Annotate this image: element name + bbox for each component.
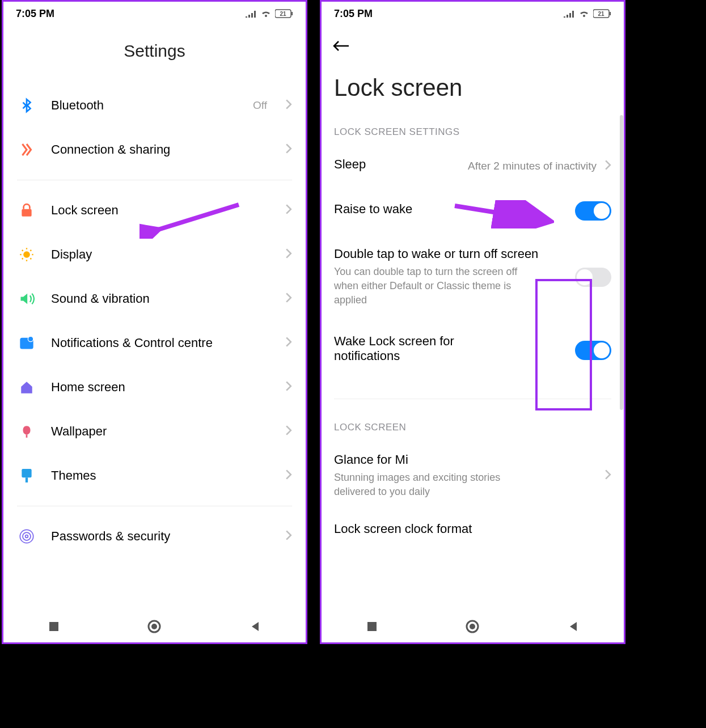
bluetooth-icon (17, 96, 36, 115)
svg-text:21: 21 (598, 11, 604, 17)
status-icons: 21 (564, 9, 611, 18)
wallpaper-icon (17, 422, 36, 441)
section-header: LOCK SCREEN SETTINGS (322, 118, 624, 148)
setting-title: Double tap to wake or turn off screen (334, 247, 567, 261)
svg-line-11 (22, 258, 23, 259)
item-passwords-security[interactable]: Passwords & security (17, 514, 292, 558)
item-label: Sound & vibration (51, 291, 270, 306)
svg-rect-16 (26, 477, 28, 482)
status-bar: 7:05 PM 21 (322, 2, 624, 26)
item-label: Themes (51, 468, 270, 483)
item-label: Notifications & Control centre (51, 336, 270, 350)
chevron-right-icon (285, 143, 292, 156)
nav-bar (3, 611, 306, 642)
chevron-right-icon (285, 425, 292, 438)
setting-title: Lock screen clock format (334, 522, 611, 536)
nav-recent-button[interactable] (363, 618, 381, 635)
svg-point-19 (26, 535, 28, 538)
wifi-icon (260, 9, 272, 18)
svg-line-12 (30, 250, 31, 251)
svg-point-18 (23, 532, 31, 540)
toggle-raise-to-wake[interactable] (575, 201, 611, 221)
status-time: 7:05 PM (16, 8, 54, 20)
nav-back-button[interactable] (247, 618, 264, 635)
chevron-right-icon (285, 99, 292, 112)
chevron-right-icon (604, 160, 611, 172)
annotation-arrow-icon (452, 200, 554, 228)
svg-rect-28 (367, 622, 377, 631)
item-display[interactable]: Display (17, 232, 292, 277)
svg-line-20 (151, 205, 239, 232)
battery-icon: 21 (275, 9, 293, 18)
nav-bar (322, 611, 624, 642)
item-themes[interactable]: Themes (17, 454, 292, 498)
setting-desc: You can double tap to turn the screen of… (334, 265, 538, 308)
divider (17, 180, 292, 180)
item-notifications-control[interactable]: Notifications & Control centre (17, 321, 292, 365)
item-sound-vibration[interactable]: Sound & vibration (17, 277, 292, 321)
setting-title: Glance for Mi (334, 452, 597, 467)
signal-icon (564, 10, 575, 18)
item-home-screen[interactable]: Home screen (17, 365, 292, 409)
wifi-icon (578, 9, 590, 18)
item-label: Connection & sharing (51, 142, 270, 157)
page-title: Lock screen (322, 55, 624, 118)
setting-title: Sleep (334, 157, 460, 172)
svg-point-4 (23, 251, 30, 258)
svg-rect-3 (22, 209, 31, 217)
status-time: 7:05 PM (334, 8, 373, 20)
item-value: Off (253, 99, 267, 112)
section-header: LOCK SCREEN (322, 414, 624, 443)
svg-rect-15 (22, 469, 31, 477)
status-bar: 7:05 PM 21 (3, 2, 306, 26)
svg-point-23 (151, 624, 157, 629)
item-connection-sharing[interactable]: Connection & sharing (17, 128, 292, 172)
svg-point-17 (20, 530, 33, 543)
setting-desc: Stunning images and exciting stories del… (334, 471, 538, 499)
chevron-right-icon (604, 469, 611, 482)
svg-line-27 (455, 206, 543, 220)
setting-lock-clock-format[interactable]: Lock screen clock format (322, 508, 624, 549)
chevron-right-icon (285, 469, 292, 482)
item-label: Wallpaper (51, 424, 270, 439)
phone-settings: 7:05 PM 21 Settings Bluetooth Off Connec… (2, 0, 307, 644)
page-title: Settings (3, 26, 306, 83)
back-button[interactable] (332, 39, 350, 53)
chevron-right-icon (285, 248, 292, 261)
lock-icon (17, 201, 36, 220)
setting-value: After 2 minutes of inactivity (468, 160, 597, 172)
svg-rect-1 (291, 12, 293, 15)
item-label: Home screen (51, 380, 270, 395)
item-bluetooth[interactable]: Bluetooth Off (17, 83, 292, 128)
nav-home-button[interactable] (146, 618, 163, 635)
setting-title: Wake Lock screen for notifications (334, 334, 515, 363)
item-label: Passwords & security (51, 529, 270, 544)
nav-home-button[interactable] (464, 618, 481, 635)
svg-line-10 (30, 258, 31, 259)
setting-sleep[interactable]: Sleep After 2 minutes of inactivity (322, 148, 624, 184)
svg-text:21: 21 (280, 11, 286, 17)
divider (17, 506, 292, 506)
chevron-right-icon (285, 337, 292, 349)
status-icons: 21 (246, 9, 293, 18)
nav-recent-button[interactable] (45, 618, 62, 635)
setting-glance-for-mi[interactable]: Glance for Mi Stunning images and exciti… (322, 443, 624, 508)
chevron-right-icon (285, 204, 292, 217)
nav-back-button[interactable] (565, 618, 582, 635)
phone-lock-screen: 7:05 PM 21 Lock screen LOCK SCREEN SETTI… (320, 0, 625, 644)
notifications-icon (17, 333, 36, 353)
settings-list: Bluetooth Off Connection & sharing Lock … (3, 83, 306, 558)
scrollbar[interactable] (620, 115, 623, 410)
home-icon (17, 378, 36, 397)
svg-line-9 (22, 250, 23, 251)
item-wallpaper[interactable]: Wallpaper (17, 409, 292, 454)
battery-icon: 21 (593, 9, 611, 18)
svg-point-30 (470, 624, 475, 629)
display-icon (17, 245, 36, 264)
signal-icon (246, 10, 257, 18)
connection-icon (17, 140, 36, 159)
svg-rect-25 (610, 12, 611, 15)
svg-point-14 (28, 336, 33, 341)
chevron-right-icon (285, 293, 292, 305)
item-label: Display (51, 247, 270, 262)
